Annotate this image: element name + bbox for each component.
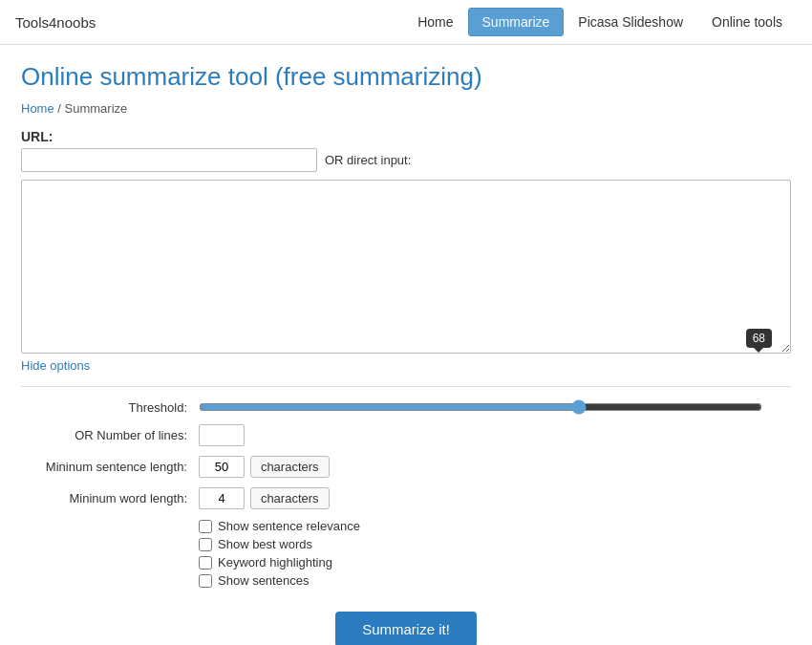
navbar: Tools4noobs Home Summarize Picasa Slides…: [0, 0, 812, 45]
breadcrumb-current: Summarize: [65, 101, 128, 116]
direct-input-textarea[interactable]: [21, 180, 791, 354]
show-best-row: Show best words: [199, 537, 785, 551]
keyword-highlighting-checkbox[interactable]: [199, 556, 212, 570]
keyword-highlighting-row: Keyword highlighting: [199, 555, 785, 570]
threshold-slider[interactable]: [199, 399, 762, 415]
min-sentence-label: Mininum sentence length:: [21, 451, 193, 483]
nav-online-tools[interactable]: Online tools: [697, 8, 797, 36]
or-direct-label: OR direct input:: [325, 153, 411, 167]
options-table: Threshold: OR Number of lines: Mininum s…: [21, 395, 791, 596]
show-relevance-row: Show sentence relevance: [199, 519, 785, 533]
show-sentences-checkbox[interactable]: [199, 574, 212, 588]
textarea-wrapper: 68: [21, 180, 791, 354]
lines-input[interactable]: [199, 424, 245, 446]
hide-options-link[interactable]: Hide options: [21, 358, 90, 373]
threshold-label: Threshold:: [21, 395, 193, 419]
nav-home[interactable]: Home: [403, 8, 467, 36]
lines-label: OR Number of lines:: [21, 419, 193, 451]
breadcrumb: Home / Summarize: [21, 101, 791, 116]
min-word-label: Mininum word length:: [21, 483, 193, 514]
min-sentence-row: Mininum sentence length: characters: [21, 451, 791, 483]
breadcrumb-home[interactable]: Home: [21, 101, 54, 116]
url-label: URL:: [21, 129, 791, 144]
nav-picasa[interactable]: Picasa Slideshow: [564, 8, 697, 36]
submit-section: Summarize it!: [21, 612, 791, 645]
checkboxes-row: Show sentence relevance Show best words …: [21, 514, 791, 596]
lines-row: OR Number of lines:: [21, 419, 791, 451]
min-word-chars-badge: characters: [250, 487, 330, 509]
show-relevance-checkbox[interactable]: [199, 520, 212, 533]
url-row: OR direct input:: [21, 148, 791, 172]
brand-logo: Tools4noobs: [15, 14, 96, 31]
show-sentences-row: Show sentences: [199, 573, 785, 588]
summarize-button[interactable]: Summarize it!: [335, 612, 477, 645]
threshold-row: Threshold:: [21, 395, 791, 419]
min-word-row: Mininum word length: characters: [21, 483, 791, 514]
show-sentences-label: Show sentences: [218, 573, 309, 588]
page-title: Online summarize tool (free summarizing): [21, 62, 791, 92]
min-sentence-chars-badge: characters: [250, 456, 330, 478]
show-best-label: Show best words: [218, 537, 312, 551]
nav-links: Home Summarize Picasa Slideshow Online t…: [403, 8, 797, 36]
keyword-highlighting-label: Keyword highlighting: [218, 555, 332, 570]
options-divider: [21, 386, 791, 387]
show-relevance-label: Show sentence relevance: [218, 519, 360, 533]
min-sentence-input[interactable]: [199, 456, 245, 478]
show-best-checkbox[interactable]: [199, 538, 212, 551]
nav-summarize[interactable]: Summarize: [468, 8, 565, 36]
min-word-input[interactable]: [199, 487, 245, 509]
main-content: Online summarize tool (free summarizing)…: [0, 45, 812, 645]
url-input[interactable]: [21, 148, 317, 172]
